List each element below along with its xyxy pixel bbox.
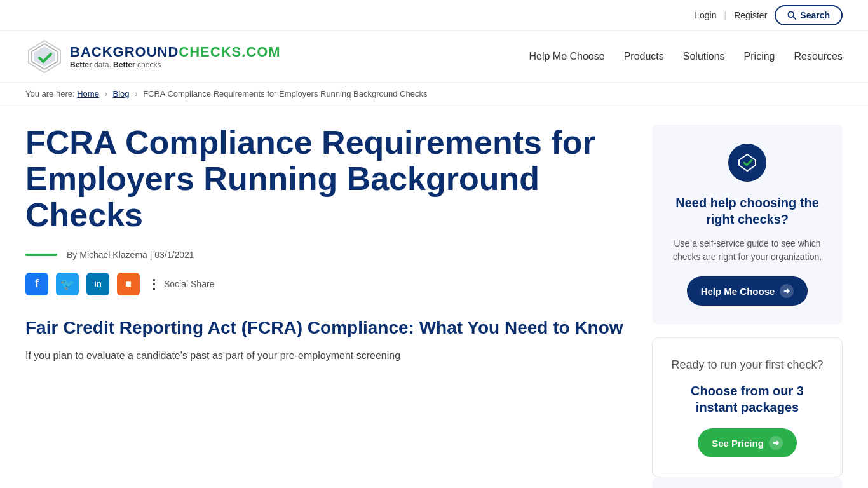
see-pricing-button[interactable]: See Pricing ➜ (698, 428, 797, 458)
pricing-widget: Ready to run your first check? Choose fr… (652, 337, 843, 477)
svg-line-1 (793, 17, 796, 19)
search-icon (787, 11, 796, 20)
main-nav: Help Me Choose Products Solutions Pricin… (529, 51, 843, 62)
widget2-title: Ready to run your first check? (668, 357, 826, 373)
help-me-choose-button-label: Help Me Choose (701, 286, 775, 297)
svg-marker-5 (739, 154, 756, 171)
logo-name: BACKGROUNDCHECKS.COM (70, 44, 281, 60)
widget-logo-icon (728, 144, 766, 182)
article-body: If you plan to evaluate a candidate's pa… (25, 348, 627, 364)
nav-help-me-choose[interactable]: Help Me Choose (529, 51, 604, 62)
article: FCRA Compliance Requirements for Employe… (25, 125, 627, 488)
register-link[interactable]: Register (734, 10, 767, 20)
facebook-share-button[interactable]: f (25, 273, 48, 295)
top-bar: Login | Register Search (0, 0, 868, 31)
article-meta: By Michael Klazema | 03/1/2021 (25, 250, 627, 260)
linkedin-share-button[interactable]: in (86, 273, 109, 295)
logo-tagline: Better data. Better checks (70, 60, 281, 69)
breadcrumb-current: FCRA Compliance Requirements for Employe… (143, 89, 427, 98)
get-report-widget: Get your report instantly (652, 477, 843, 488)
nav-pricing[interactable]: Pricing (744, 51, 775, 62)
breadcrumb-sep2: › (135, 89, 137, 98)
breadcrumb: You are here: Home › Blog › FCRA Complia… (0, 83, 868, 105)
social-share-label: Social Share (164, 279, 214, 289)
widget1-desc: Use a self-service guide to see which ch… (668, 237, 827, 264)
tagline-checks: checks (137, 60, 161, 69)
logo-text-area: BACKGROUNDCHECKS.COM Better data. Better… (70, 44, 281, 69)
meta-line (25, 254, 57, 256)
nav-resources[interactable]: Resources (794, 51, 843, 62)
tagline-data: data. (94, 60, 111, 69)
top-bar-divider: | (724, 10, 727, 20)
nav-products[interactable]: Products (624, 51, 664, 62)
linkedin-icon: in (94, 279, 102, 288)
main-content: FCRA Compliance Requirements for Employe… (0, 105, 868, 488)
logo-bg: BACKGROUND (70, 44, 179, 60)
logo-area: BACKGROUNDCHECKS.COM Better data. Better… (25, 37, 281, 76)
twitter-icon: 🐦 (60, 277, 74, 291)
more-dots-icon: ⋮ (147, 276, 161, 292)
breadcrumb-sep1: › (105, 89, 107, 98)
tagline-better1: Better (70, 60, 92, 69)
logo-icon (25, 37, 64, 76)
pricing-arrow-icon: ➜ (769, 436, 783, 450)
login-link[interactable]: Login (695, 10, 716, 20)
more-share-button[interactable]: ⋮ Social Share (147, 276, 214, 292)
search-button[interactable]: Search (775, 5, 843, 25)
widget1-title: Need help choosing the right checks? (668, 194, 827, 227)
arrow-icon: ➜ (780, 284, 794, 298)
help-me-choose-button[interactable]: Help Me Choose ➜ (687, 276, 808, 306)
meta-text: By Michael Klazema | 03/1/2021 (67, 250, 194, 260)
rss-share-button[interactable]: ■ (117, 273, 140, 295)
diamond-icon (737, 152, 757, 173)
svg-marker-4 (34, 46, 55, 67)
tagline-better2: Better (113, 60, 135, 69)
twitter-share-button[interactable]: 🐦 (56, 273, 79, 295)
sidebar: Need help choosing the right checks? Use… (652, 125, 843, 488)
breadcrumb-prefix: You are here: (25, 89, 75, 98)
facebook-icon: f (35, 277, 39, 290)
nav-solutions[interactable]: Solutions (683, 51, 725, 62)
header: BACKGROUNDCHECKS.COM Better data. Better… (0, 31, 868, 83)
breadcrumb-blog[interactable]: Blog (113, 89, 130, 98)
section-heading: Fair Credit Reporting Act (FCRA) Complia… (25, 318, 627, 338)
widget2-subtitle: Choose from our 3 instant packages (668, 383, 826, 416)
breadcrumb-home[interactable]: Home (77, 89, 99, 98)
social-share: f 🐦 in ■ ⋮ Social Share (25, 273, 627, 295)
article-title: FCRA Compliance Requirements for Employe… (25, 125, 627, 234)
logo-checks: CHECKS.COM (179, 44, 280, 60)
search-label: Search (800, 10, 830, 20)
see-pricing-label: See Pricing (712, 438, 764, 449)
help-choose-widget: Need help choosing the right checks? Use… (652, 125, 843, 325)
rss-icon: ■ (125, 278, 132, 290)
